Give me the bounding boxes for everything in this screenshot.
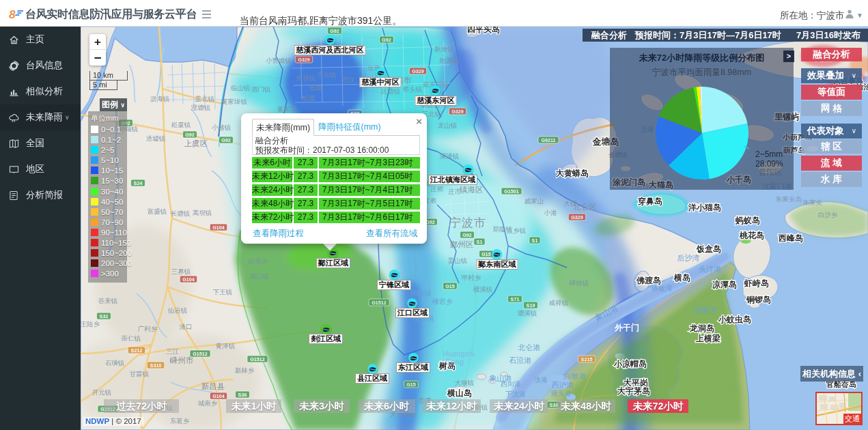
svg-text:西向港: 西向港 bbox=[501, 380, 521, 388]
svg-text:嵊州市: 嵊州市 bbox=[170, 356, 194, 364]
svg-text:桃花岛: 桃花岛 bbox=[739, 231, 764, 240]
svg-text:Huangshi: Huangshi bbox=[443, 349, 474, 358]
svg-text:虾峙岛: 虾峙岛 bbox=[744, 278, 769, 288]
svg-text:新林乡: 新林乡 bbox=[235, 367, 255, 374]
svg-text:北仑港: 北仑港 bbox=[518, 343, 541, 352]
svg-text:上横梁: 上横梁 bbox=[695, 334, 720, 343]
svg-text:G104: G104 bbox=[212, 393, 225, 399]
svg-text:道墟镇: 道墟镇 bbox=[146, 134, 166, 142]
svg-text:大宇茅岛: 大宇茅岛 bbox=[617, 386, 650, 396]
svg-text:横岛: 横岛 bbox=[673, 273, 690, 283]
svg-text:G92: G92 bbox=[221, 137, 231, 143]
svg-text:S215: S215 bbox=[581, 356, 593, 362]
svg-text:宁波市: 宁波市 bbox=[449, 216, 486, 229]
svg-text:G1501: G1501 bbox=[504, 188, 519, 195]
svg-text:蒿坝镇: 蒿坝镇 bbox=[193, 209, 212, 216]
svg-text:朱家尖: 朱家尖 bbox=[803, 199, 823, 206]
svg-text:淡港: 淡港 bbox=[534, 376, 548, 384]
svg-text:G92: G92 bbox=[462, 232, 472, 238]
svg-text:朱家尖岛: 朱家尖岛 bbox=[776, 195, 802, 203]
svg-text:郑隘镇: 郑隘镇 bbox=[492, 225, 513, 233]
svg-text:G15: G15 bbox=[406, 382, 416, 388]
svg-text:东茗乡: 东茗乡 bbox=[170, 417, 190, 425]
svg-text:长塘镇: 长塘镇 bbox=[171, 210, 191, 217]
svg-text:横山岛: 横山岛 bbox=[447, 388, 472, 398]
svg-text:铜锣岛: 铜锣岛 bbox=[746, 295, 771, 304]
svg-text:G15: G15 bbox=[481, 251, 491, 257]
svg-text:石璜镇: 石璜镇 bbox=[105, 359, 125, 367]
svg-text:四平头岛: 四平头岛 bbox=[467, 27, 500, 34]
svg-text:G1512: G1512 bbox=[193, 351, 208, 357]
svg-text:G92: G92 bbox=[382, 37, 391, 43]
svg-text:谷来镇: 谷来镇 bbox=[98, 297, 118, 304]
svg-text:下王镇: 下王镇 bbox=[213, 288, 233, 296]
svg-text:庄桥: 庄桥 bbox=[431, 185, 445, 192]
svg-text:王陆乡: 王陆乡 bbox=[81, 320, 100, 328]
svg-text:G329: G329 bbox=[571, 214, 583, 220]
svg-text:S19: S19 bbox=[527, 302, 535, 309]
svg-text:甘霖镇: 甘霖镇 bbox=[130, 370, 150, 377]
svg-text:戚家山: 戚家山 bbox=[524, 197, 544, 205]
svg-text:小港: 小港 bbox=[544, 209, 558, 216]
svg-text:三界镇: 三界镇 bbox=[171, 268, 191, 275]
svg-text:G1512: G1512 bbox=[372, 300, 387, 306]
svg-text:崇仁镇: 崇仁镇 bbox=[122, 334, 141, 342]
svg-text:茴岫镇: 茴岫镇 bbox=[410, 289, 431, 297]
svg-text:S71: S71 bbox=[511, 296, 520, 302]
svg-text:溪口镇: 溪口镇 bbox=[250, 272, 270, 280]
svg-text:泗门镇: 泗门镇 bbox=[251, 85, 271, 93]
svg-text:镇海区: 镇海区 bbox=[460, 186, 484, 194]
svg-text:大堰镇: 大堰镇 bbox=[455, 379, 475, 386]
svg-text:西沪港: 西沪港 bbox=[552, 381, 574, 389]
svg-text:Gang: Gang bbox=[445, 358, 464, 366]
svg-text:小越镇: 小越镇 bbox=[212, 124, 232, 131]
svg-text:S1: S1 bbox=[532, 238, 538, 244]
svg-text:黄家埠: 黄家埠 bbox=[277, 105, 297, 113]
svg-text:新昌县: 新昌县 bbox=[201, 382, 225, 390]
svg-text:用苕镇: 用苕镇 bbox=[296, 74, 316, 82]
svg-text:桥头镇: 桥头镇 bbox=[402, 85, 423, 93]
svg-text:下沈港: 下沈港 bbox=[505, 390, 526, 398]
svg-text:澥浦镇: 澥浦镇 bbox=[440, 152, 460, 160]
svg-text:黄家埠镇: 黄家埠镇 bbox=[221, 98, 247, 105]
svg-text:鄞州区: 鄞州区 bbox=[450, 240, 474, 248]
svg-text:大黄蟒岛: 大黄蟒岛 bbox=[556, 169, 589, 178]
svg-text:白沙乡: 白沙乡 bbox=[818, 211, 838, 218]
svg-text:澄塘镇: 澄塘镇 bbox=[191, 104, 211, 111]
svg-text:G329: G329 bbox=[412, 68, 424, 74]
svg-text:塘溪镇: 塘溪镇 bbox=[517, 309, 537, 317]
svg-text:G92: G92 bbox=[330, 28, 339, 34]
svg-text:广利乡: 广利乡 bbox=[138, 325, 158, 332]
svg-text:开元镇: 开元镇 bbox=[92, 388, 112, 396]
svg-text:石沿港: 石沿港 bbox=[509, 356, 532, 364]
svg-text:岭南乡: 岭南乡 bbox=[249, 257, 268, 265]
svg-text:白墩港: 白墩港 bbox=[564, 372, 587, 380]
svg-text:S24: S24 bbox=[134, 180, 143, 186]
svg-text:洋小猫岛: 洋小猫岛 bbox=[688, 203, 721, 212]
svg-text:S212: S212 bbox=[131, 347, 143, 354]
svg-text:后沙湾: 后沙湾 bbox=[677, 254, 700, 262]
svg-text:蛟头镇: 蛟头镇 bbox=[631, 334, 651, 341]
svg-text:天元镇: 天元镇 bbox=[317, 71, 337, 78]
svg-text:G329: G329 bbox=[451, 109, 464, 115]
svg-text:富盛镇: 富盛镇 bbox=[148, 207, 167, 215]
svg-text:铁敬湾: 铁敬湾 bbox=[652, 285, 672, 292]
svg-text:蛟霞: 蛟霞 bbox=[303, 94, 316, 102]
svg-text:G104: G104 bbox=[182, 276, 195, 283]
svg-text:饭盒岛: 饭盒岛 bbox=[696, 244, 721, 254]
svg-text:碑歧镇: 碑歧镇 bbox=[569, 279, 589, 287]
svg-text:S310: S310 bbox=[150, 362, 162, 369]
svg-text:龙山镇: 龙山镇 bbox=[438, 121, 458, 129]
svg-text:浦口: 浦口 bbox=[179, 323, 193, 330]
svg-text:姜山镇: 姜山镇 bbox=[448, 257, 468, 264]
svg-text:穿鼻岛: 穿鼻岛 bbox=[638, 197, 662, 206]
svg-text:上虞区: 上虞区 bbox=[184, 139, 208, 147]
svg-text:G15: G15 bbox=[445, 283, 455, 289]
svg-text:横溪镇: 横溪镇 bbox=[473, 285, 493, 293]
svg-text:沥海镇: 沥海镇 bbox=[150, 95, 170, 102]
svg-text:西峰岛: 西峰岛 bbox=[778, 233, 803, 243]
svg-text:楼岩乡: 楼岩乡 bbox=[432, 298, 453, 305]
svg-text:8: 8 bbox=[9, 8, 16, 20]
svg-text:宗汉: 宗汉 bbox=[342, 76, 356, 83]
svg-text:凉潭岛: 凉潭岛 bbox=[712, 280, 737, 289]
